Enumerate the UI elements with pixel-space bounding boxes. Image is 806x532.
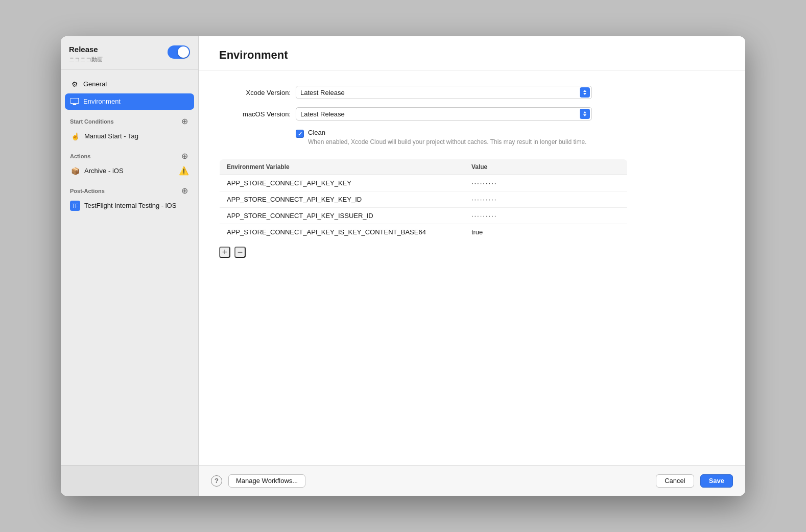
archive-icon: 📦 <box>70 166 80 176</box>
xcode-version-label: Xcode Version: <box>219 89 291 96</box>
sidebar-item-testflight-ios[interactable]: TF TestFlight Internal Testing - iOS <box>65 198 194 214</box>
macos-version-row: macOS Version: Latest Release macOS 14 m… <box>219 107 725 120</box>
remove-env-var-button[interactable]: − <box>234 247 246 258</box>
sidebar-title-group: Release ニコニコ動画 <box>69 44 103 63</box>
warning-icon: ⚠️ <box>179 166 189 176</box>
hand-pointer-icon: ☝ <box>70 131 80 141</box>
manage-workflows-button[interactable]: Manage Workflows... <box>228 474 305 488</box>
env-var-name: APP_STORE_CONNECT_API_KEY_KEY_ID <box>220 191 464 207</box>
table-header-row: Environment Variable Value <box>220 159 628 175</box>
main-header: Environment <box>199 36 745 70</box>
start-conditions-section-header: Start Conditions ⊕ <box>65 111 194 128</box>
start-conditions-label: Start Conditions <box>70 118 114 125</box>
window-body: Release ニコニコ動画 ⚙ General <box>61 36 745 496</box>
svg-text:TF: TF <box>72 203 78 209</box>
sidebar-subtitle: ニコニコ動画 <box>69 56 103 63</box>
env-var-value: true <box>464 224 628 240</box>
xcode-version-select[interactable]: Latest Release Xcode 15 Xcode 14 <box>296 86 592 99</box>
env-var-value: ········· <box>464 175 628 191</box>
sidebar-item-manual-start-tag[interactable]: ☝ Manual Start - Tag <box>65 128 194 144</box>
post-actions-add-btn[interactable]: ⊕ <box>180 186 189 196</box>
help-button[interactable]: ? <box>211 475 222 487</box>
bottom-bar: ? Manage Workflows... Cancel Save <box>199 465 745 496</box>
gear-icon: ⚙ <box>70 80 79 89</box>
macos-version-select[interactable]: Latest Release macOS 14 macOS 13 <box>296 107 592 120</box>
table-actions: + − <box>219 245 725 260</box>
env-var-value: ········· <box>464 207 628 224</box>
post-actions-label: Post-Actions <box>70 188 105 194</box>
svg-rect-2 <box>72 105 77 105</box>
clean-label: Clean <box>308 129 586 136</box>
env-var-name: APP_STORE_CONNECT_API_KEY_KEY <box>220 175 464 191</box>
clean-checkbox[interactable]: ✓ <box>296 130 304 138</box>
window: Release ニコニコ動画 ⚙ General <box>61 36 745 496</box>
sidebar-nav: ⚙ General Environment <box>61 74 198 466</box>
macos-version-label: macOS Version: <box>219 110 291 118</box>
svg-rect-0 <box>70 98 79 104</box>
add-env-var-button[interactable]: + <box>219 247 230 258</box>
xcode-version-select-wrapper: Latest Release Xcode 15 Xcode 14 <box>296 86 592 99</box>
actions-label: Actions <box>70 153 90 159</box>
manual-start-tag-label: Manual Start - Tag <box>84 132 138 140</box>
clean-checkbox-row: ✓ Clean When enabled, Xcode Cloud will b… <box>296 129 725 147</box>
sidebar: Release ニコニコ動画 ⚙ General <box>61 36 199 496</box>
actions-add-btn[interactable]: ⊕ <box>180 152 189 161</box>
testflight-icon: TF <box>70 201 80 211</box>
archive-ios-label: Archive - iOS <box>84 167 124 175</box>
sidebar-item-general-label: General <box>83 80 107 88</box>
sidebar-item-environment[interactable]: Environment <box>65 93 194 110</box>
sidebar-item-general[interactable]: ⚙ General <box>65 76 194 92</box>
sidebar-item-archive-ios[interactable]: 📦 Archive - iOS ⚠️ <box>65 163 194 179</box>
env-var-name: APP_STORE_CONNECT_API_KEY_IS_KEY_CONTENT… <box>220 224 464 240</box>
table-row[interactable]: APP_STORE_CONNECT_API_KEY_KEY········· <box>220 175 628 191</box>
xcode-version-row: Xcode Version: Latest Release Xcode 15 X… <box>219 86 725 99</box>
table-row[interactable]: APP_STORE_CONNECT_API_KEY_ISSUER_ID·····… <box>220 207 628 224</box>
sidebar-header: Release ニコニコ動画 <box>61 36 198 70</box>
display-icon <box>70 97 79 106</box>
macos-version-select-wrapper: Latest Release macOS 14 macOS 13 <box>296 107 592 120</box>
svg-rect-1 <box>73 104 76 105</box>
actions-section-header: Actions ⊕ <box>65 146 194 163</box>
testflight-ios-label: TestFlight Internal Testing - iOS <box>84 202 176 209</box>
main-body: Xcode Version: Latest Release Xcode 15 X… <box>199 70 745 465</box>
sidebar-item-environment-label: Environment <box>83 98 121 105</box>
env-var-name: APP_STORE_CONNECT_API_KEY_ISSUER_ID <box>220 207 464 224</box>
table-row[interactable]: APP_STORE_CONNECT_API_KEY_KEY_ID········… <box>220 191 628 207</box>
clean-description: When enabled, Xcode Cloud will build you… <box>308 138 586 147</box>
col-header-value: Value <box>464 159 628 175</box>
toggle-switch[interactable] <box>168 45 190 59</box>
start-conditions-add-btn[interactable]: ⊕ <box>180 117 189 126</box>
cancel-button[interactable]: Cancel <box>656 474 694 488</box>
save-button[interactable]: Save <box>700 474 733 488</box>
sidebar-footer <box>61 465 198 496</box>
col-header-variable: Environment Variable <box>220 159 464 175</box>
sidebar-title: Release <box>69 44 103 55</box>
table-row[interactable]: APP_STORE_CONNECT_API_KEY_IS_KEY_CONTENT… <box>220 224 628 240</box>
page-title: Environment <box>219 49 725 62</box>
main-content: Environment Xcode Version: Latest Releas… <box>199 36 745 496</box>
checkmark-icon: ✓ <box>298 131 302 137</box>
env-var-value: ········· <box>464 191 628 207</box>
clean-label-group: Clean When enabled, Xcode Cloud will bui… <box>308 129 586 147</box>
post-actions-section-header: Post-Actions ⊕ <box>65 180 194 198</box>
env-variables-table: Environment Variable Value APP_STORE_CON… <box>219 159 628 240</box>
